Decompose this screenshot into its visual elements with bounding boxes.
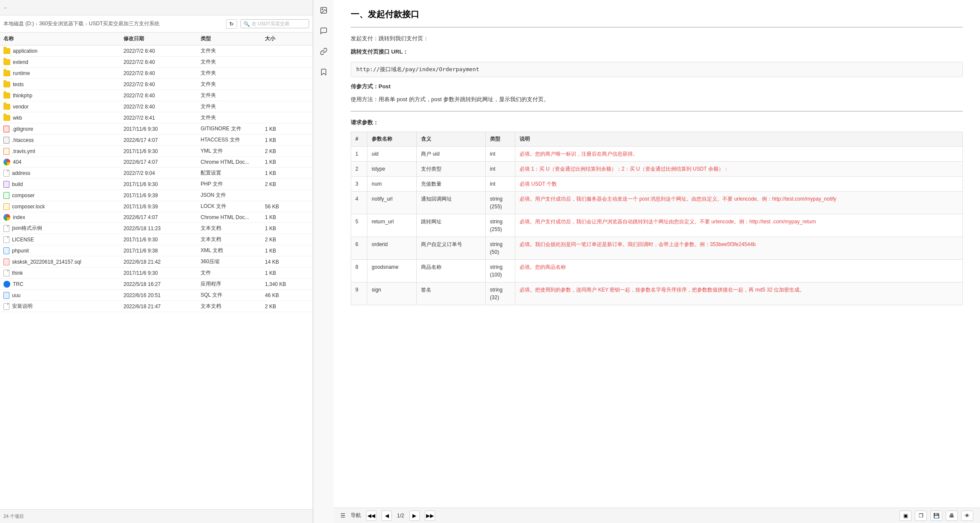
- file-name: address: [12, 170, 30, 176]
- bookmark-tool-icon[interactable]: [317, 65, 331, 79]
- json-icon: [3, 192, 9, 199]
- file-name: tests: [13, 81, 24, 87]
- nav-last-btn[interactable]: ▶▶: [425, 511, 435, 521]
- file-size: 2 KB: [265, 237, 299, 243]
- table-row[interactable]: extend 2022/7/2 8:40 文件夹: [0, 57, 313, 68]
- file-list: application 2022/7/2 8:40 文件夹 extend 202…: [0, 45, 313, 509]
- doc-intro: 发起支付：跳转到我们支付页：: [351, 34, 963, 43]
- breadcrumb-bar[interactable]: 本地磁盘 (D:) › 360安全浏览器下载 › USDT买卖交易加三方支付系统…: [0, 15, 313, 33]
- nav-icon: ☰: [340, 512, 346, 519]
- table-row[interactable]: LICENSE 2017/11/6 9:30 文本文档 2 KB: [0, 234, 313, 245]
- table-row[interactable]: uuu 2022/6/16 20:51 SQL 文件 46 KB: [0, 290, 313, 301]
- file-date: 2017/11/6 9:39: [123, 192, 201, 198]
- file-type: 文件: [201, 269, 265, 277]
- nav-next-btn[interactable]: ▶: [409, 511, 420, 521]
- page-info: 1/2: [397, 513, 404, 519]
- table-row[interactable]: sksksk_20220618_214157.sql 2022/6/18 21:…: [0, 256, 313, 268]
- file-type: SQL 文件: [201, 292, 265, 299]
- file-date: 2022/7/2 9:04: [123, 170, 201, 176]
- table-row[interactable]: composer.lock 2017/11/6 9:39 LOCK 文件 56 …: [0, 201, 313, 212]
- url-box: http://接口域名/pay/index/Orderpayment: [351, 62, 963, 77]
- file-name-cell: json格式示例: [3, 225, 123, 232]
- expand-btn[interactable]: ▣: [899, 511, 911, 521]
- breadcrumb[interactable]: 本地磁盘 (D:) › 360安全浏览器下载 › USDT买卖交易加三方支付系统: [3, 20, 222, 27]
- file-name-cell: .gitignore: [3, 126, 123, 132]
- file-type: 文本文档: [201, 303, 265, 310]
- file-type: 文件夹: [201, 81, 265, 88]
- table-row[interactable]: phpunit 2017/11/6 9:38 XML 文档 1 KB: [0, 245, 313, 256]
- table-row[interactable]: tests 2022/7/2 8:40 文件夹: [0, 79, 313, 90]
- col-name[interactable]: 名称: [3, 35, 123, 42]
- table-row[interactable]: runtime 2022/7/2 8:40 文件夹: [0, 68, 313, 79]
- param-num: 1: [351, 146, 367, 161]
- file-date: 2017/11/6 9:30: [123, 148, 201, 154]
- table-row[interactable]: 404 2022/6/17 4:07 Chrome HTML Doc... 1 …: [0, 157, 313, 168]
- file-name: think: [12, 270, 23, 276]
- param-row: 3 num 充值数量 int 必填 USDT 个数: [351, 176, 963, 191]
- image-tool-icon[interactable]: [317, 3, 331, 17]
- param-desc: 必填。您的商品名称: [515, 259, 962, 282]
- table-row[interactable]: .gitignore 2017/11/6 9:30 GITIGNORE 文件 1…: [0, 123, 313, 135]
- table-row[interactable]: thinkphp 2022/7/2 8:40 文件夹: [0, 90, 313, 101]
- param-type: int: [485, 161, 515, 176]
- table-row[interactable]: 安装说明 2022/6/18 21:47 文本文档 2 KB: [0, 301, 313, 312]
- file-name: index: [13, 214, 25, 220]
- file-size: 1 KB: [265, 159, 299, 165]
- table-row[interactable]: application 2022/7/2 8:40 文件夹: [0, 45, 313, 57]
- param-meaning: 通知回调网址: [417, 191, 486, 214]
- eye-btn[interactable]: 👁: [961, 511, 973, 521]
- table-row[interactable]: composer 2017/11/6 9:39 JSON 文件: [0, 190, 313, 201]
- git-icon: [3, 126, 9, 132]
- param-meaning: 支付类型: [417, 161, 486, 176]
- table-row[interactable]: think 2017/11/6 9:30 文件 1 KB: [0, 268, 313, 279]
- search-bar[interactable]: 🔍 在 USDT买卖交易: [240, 19, 309, 28]
- nav-prev-btn[interactable]: ◀: [382, 511, 392, 521]
- file-date: 2022/6/18 21:42: [123, 259, 201, 265]
- file-type: 文本文档: [201, 225, 265, 232]
- usage-note: 使用方法：用表单 post 的方式，post 参数并跳转到此网址，显示我们的支付…: [351, 95, 963, 104]
- table-row[interactable]: index 2022/6/17 4:07 Chrome HTML Doc... …: [0, 212, 313, 223]
- breadcrumb-part-1[interactable]: 本地磁盘 (D:): [3, 20, 34, 27]
- table-row[interactable]: TRC 2022/5/18 16:27 应用程序 1,340 KB: [0, 279, 313, 290]
- table-row[interactable]: address 2022/7/2 9:04 配置设置 1 KB: [0, 168, 313, 179]
- file-name-cell: think: [3, 270, 123, 277]
- file-name: .travis.yml: [12, 148, 35, 154]
- link-tool-icon[interactable]: [317, 45, 331, 58]
- file-icon: [3, 270, 9, 277]
- file-size: 1 KB: [265, 270, 299, 276]
- param-num: 4: [351, 191, 367, 214]
- refresh-button[interactable]: ↻: [226, 19, 237, 29]
- param-num: 6: [351, 237, 367, 259]
- table-row[interactable]: .travis.yml 2017/11/6 9:30 YML 文件 2 KB: [0, 146, 313, 157]
- request-params-label: 请求参数：: [351, 118, 963, 127]
- table-row[interactable]: build 2017/11/6 9:30 PHP 文件 2 KB: [0, 179, 313, 190]
- th-meaning: 含义: [417, 132, 486, 146]
- file-date: 2017/11/6 9:39: [123, 204, 201, 210]
- breadcrumb-part-2[interactable]: 360安全浏览器下载: [39, 20, 84, 27]
- sep-1: ›: [36, 21, 37, 27]
- folder-icon: [3, 115, 10, 121]
- col-date[interactable]: 修改日期: [123, 35, 201, 42]
- save-btn[interactable]: 💾: [930, 511, 942, 521]
- col-type: 类型: [201, 35, 265, 42]
- file-date: 2017/11/6 9:30: [123, 126, 201, 132]
- file-type: 文件夹: [201, 103, 265, 110]
- external-btn[interactable]: ❐: [915, 511, 927, 521]
- file-name: 404: [13, 159, 21, 165]
- folder-icon: [3, 104, 10, 110]
- comment-tool-icon[interactable]: [317, 24, 331, 38]
- print-btn[interactable]: 🖶: [946, 511, 958, 521]
- sep-2: ›: [85, 21, 87, 27]
- table-row[interactable]: json格式示例 2022/5/18 11:23 文本文档 1 KB: [0, 223, 313, 234]
- file-name-cell: address: [3, 170, 123, 177]
- file-name-cell: application: [3, 48, 123, 54]
- table-row[interactable]: wkb 2022/7/2 8:41 文件夹: [0, 112, 313, 123]
- nav-first-btn[interactable]: ◀◀: [366, 511, 376, 521]
- file-type: 文件夹: [201, 58, 265, 66]
- breadcrumb-part-3[interactable]: USDT买卖交易加三方支付系统: [89, 20, 159, 27]
- table-row[interactable]: vendor 2022/7/2 8:40 文件夹: [0, 101, 313, 112]
- table-row[interactable]: .htaccess 2022/6/17 4:07 HTACCESS 文件 1 K…: [0, 135, 313, 146]
- folder-icon: [3, 70, 10, 76]
- param-desc: 必填。我们会据此别是同一笔订单还是新订单。我们回调时，会带上这个参数。例：353…: [515, 237, 962, 259]
- param-name: return_url: [367, 214, 417, 237]
